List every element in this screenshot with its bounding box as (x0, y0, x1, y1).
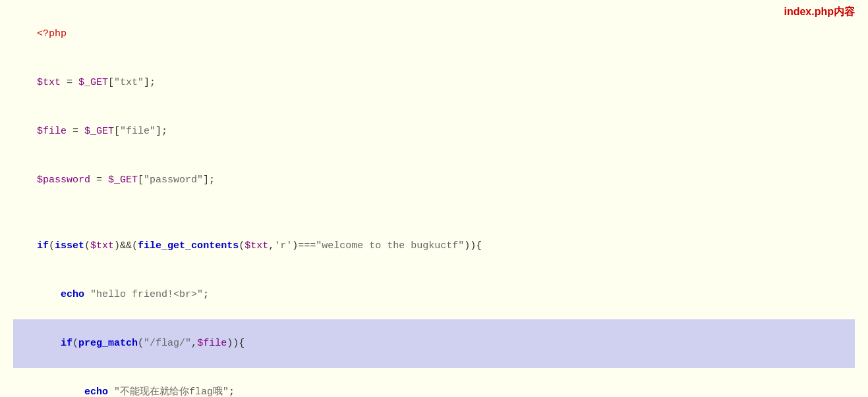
code-line-6: if(isset($txt)&&(file_get_contents($txt,… (13, 222, 855, 271)
code-line-9: echo "不能现在就给你flag哦"; (13, 368, 855, 397)
code-line-3: $file = $_GET["file"]; (13, 107, 855, 156)
code-line-5 (13, 205, 855, 222)
code-line-8: if(preg_match("/flag/",$file)){ (13, 319, 855, 368)
code-line-1: <?php (13, 10, 855, 59)
code-container: <?php $txt = $_GET["txt"]; $file = $_GET… (13, 7, 855, 397)
watermark-top-right: index.php内容 (784, 5, 855, 19)
code-line-4: $password = $_GET["password"]; (13, 156, 855, 205)
code-line-2: $txt = $_GET["txt"]; (13, 59, 855, 107)
code-line-7: echo "hello friend!<br>"; (13, 271, 855, 319)
